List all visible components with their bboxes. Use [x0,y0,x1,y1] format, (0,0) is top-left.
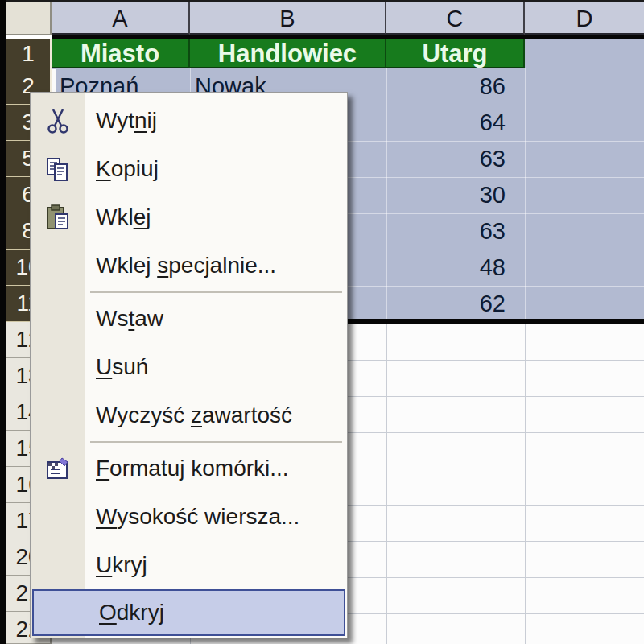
menu-accesskey: z [191,402,202,427]
menu-item-formatuj-komorki[interactable]: Formatuj komórki... [31,444,347,493]
menu-accesskey: W [96,504,117,529]
column-header-a[interactable]: A [52,2,190,35]
excel-window: A B C D 1 2 3 5 6 8 10 11 12 13 14 15 16… [0,0,644,644]
menu-separator [90,441,342,443]
cell-c2[interactable]: 86 [386,68,515,105]
menu-label: Ws [96,306,128,331]
menu-item-wstaw[interactable]: Wstaw [31,295,347,343]
window-left-edge [0,0,6,644]
menu-item-ukryj[interactable]: Ukryj [31,541,347,589]
menu-item-kopiuj[interactable]: Kopiuj [31,145,347,193]
gridline [386,324,387,644]
menu-label: ormatuj komórki... [109,456,289,481]
column-header-c[interactable]: C [386,2,525,35]
cell-c6[interactable]: 30 [386,177,515,213]
menu-accesskey: s [157,253,168,278]
menu-label: suń [112,354,148,379]
paste-icon [31,204,85,231]
gridline [525,324,526,644]
menu-label: Wklej [96,253,157,278]
context-menu: Wytnij Kopiuj [30,92,348,638]
menu-accesskey: O [99,600,117,625]
format-cells-icon [31,455,85,482]
menu-label: Wyt [96,108,134,133]
column-header-bar: A B C D [52,2,644,35]
cell-c1-utarg[interactable]: Utarg [386,39,525,68]
menu-item-wysokosc-wiersza[interactable]: Wysokość wiersza... [31,493,347,541]
menu-accesskey: K [96,156,111,181]
column-header-b[interactable]: B [190,2,386,35]
menu-item-usun[interactable]: Usuń [31,343,347,391]
cell-a1-miasto[interactable]: Miasto [52,39,190,68]
menu-accesskey: e [134,204,147,229]
menu-accesskey: U [96,552,112,577]
copy-icon [31,155,85,183]
menu-label: j [146,204,151,229]
gridline [525,68,526,319]
menu-label: kryj [112,552,147,577]
menu-label: dkryj [117,600,164,625]
column-header-d[interactable]: D [525,2,644,35]
menu-label: pecjalnie... [168,253,276,278]
menu-label: awartość [202,402,292,427]
menu-item-wyczysc-zawartosc[interactable]: Wyczyść zawartość [31,391,347,440]
menu-item-wklej-specjalnie[interactable]: Wklej specjalnie... [31,242,347,290]
cell-c8[interactable]: 63 [386,213,515,250]
menu-label: ij [147,108,157,133]
menu-label: ysokość wiersza... [117,504,299,529]
menu-separator [90,291,342,293]
menu-label: aw [134,306,163,331]
cell-c10[interactable]: 48 [386,250,515,286]
menu-accesskey: F [96,456,109,481]
cell-c5[interactable]: 63 [386,141,515,177]
menu-accesskey: U [96,354,112,379]
scissors-icon [31,107,85,134]
row-header-1[interactable]: 1 [6,39,52,68]
menu-item-wytnij[interactable]: Wytnij [31,97,347,145]
cell-b1-handlowiec[interactable]: Handlowiec [190,39,386,68]
cell-c3[interactable]: 64 [386,105,515,141]
menu-label: Wyczyść [96,402,191,427]
cell-c11[interactable]: 62 [386,286,515,322]
menu-item-odkryj[interactable]: Odkryj [32,589,345,636]
menu-accesskey: n [134,108,147,133]
select-all-corner[interactable] [6,2,52,35]
header-row: Miasto Handlowiec Utarg [52,39,644,68]
menu-label: Wkl [96,204,134,229]
menu-item-wklej[interactable]: Wklej [31,193,347,242]
menu-label: opiuj [111,156,159,181]
